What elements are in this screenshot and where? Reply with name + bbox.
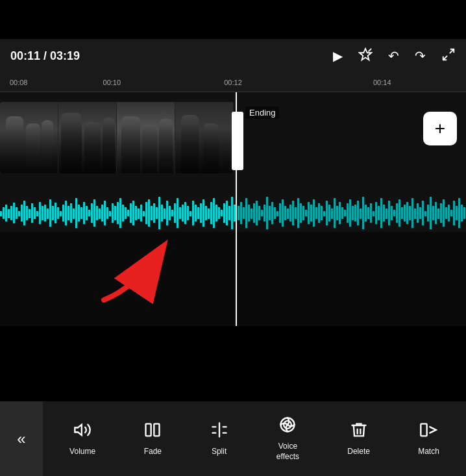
- svg-rect-142: [360, 208, 362, 219]
- svg-rect-154: [391, 206, 393, 220]
- volume-icon: [73, 421, 92, 442]
- svg-rect-147: [373, 211, 374, 216]
- svg-rect-5: [3, 207, 5, 219]
- svg-rect-86: [213, 198, 215, 228]
- svg-rect-81: [200, 203, 202, 223]
- svg-rect-157: [399, 199, 400, 227]
- svg-rect-84: [208, 208, 210, 219]
- toolbar-item-split[interactable]: Split: [205, 421, 234, 457]
- svg-rect-37: [86, 206, 88, 220]
- svg-rect-36: [83, 202, 85, 224]
- svg-rect-43: [101, 205, 103, 221]
- svg-rect-127: [321, 206, 323, 220]
- svg-rect-53: [127, 210, 129, 216]
- playhead: [236, 92, 237, 326]
- toolbar-item-volume[interactable]: Volume: [64, 421, 101, 457]
- svg-rect-110: [276, 211, 278, 216]
- back-button[interactable]: «: [0, 401, 43, 476]
- svg-rect-124: [313, 199, 315, 227]
- ruler-mark-4: 00:14: [373, 79, 391, 86]
- toolbar-item-voice-effects[interactable]: Voiceeffects: [271, 416, 304, 462]
- clip-end-marker: [232, 112, 243, 170]
- svg-rect-67: [164, 208, 166, 219]
- svg-rect-106: [266, 197, 268, 229]
- svg-rect-32: [73, 208, 75, 219]
- svg-rect-120: [302, 206, 304, 220]
- magic-wand-icon[interactable]: [358, 47, 373, 65]
- svg-rect-10: [16, 207, 18, 219]
- svg-rect-69: [169, 206, 171, 220]
- svg-rect-100: [251, 208, 252, 219]
- fade-label: Fade: [144, 447, 162, 457]
- svg-rect-62: [151, 206, 153, 220]
- svg-rect-12: [21, 205, 23, 221]
- fullscreen-button[interactable]: [441, 47, 456, 65]
- header-controls: ▶ ↶ ↷: [333, 47, 456, 65]
- svg-rect-132: [334, 198, 336, 228]
- toolbar-item-fade[interactable]: Fade: [138, 421, 167, 457]
- svg-rect-122: [308, 202, 310, 224]
- volume-label: Volume: [69, 447, 95, 457]
- svg-rect-173: [440, 203, 442, 223]
- svg-rect-152: [386, 208, 387, 219]
- svg-rect-148: [375, 202, 377, 224]
- voice-effects-icon: [278, 416, 297, 436]
- svg-rect-73: [179, 207, 181, 219]
- svg-rect-116: [292, 201, 294, 225]
- svg-rect-11: [18, 211, 20, 216]
- voice-effects-label: Voiceeffects: [276, 442, 299, 462]
- svg-rect-85: [210, 202, 212, 224]
- svg-rect-13: [23, 201, 25, 225]
- play-button[interactable]: ▶: [333, 48, 343, 64]
- toolbar-item-delete[interactable]: Delete: [342, 421, 375, 457]
- svg-rect-28: [62, 205, 64, 221]
- redo-button[interactable]: ↷: [415, 48, 426, 64]
- fade-icon: [143, 421, 162, 442]
- video-track[interactable]: Ending +: [0, 99, 466, 177]
- toolbar-item-match[interactable]: Match: [413, 421, 445, 457]
- svg-rect-115: [289, 205, 291, 221]
- svg-rect-66: [161, 205, 163, 221]
- svg-rect-96: [240, 202, 242, 224]
- svg-rect-174: [443, 199, 445, 227]
- timeline[interactable]: Ending +: [0, 92, 466, 326]
- svg-rect-22: [47, 208, 49, 219]
- svg-rect-63: [153, 203, 155, 223]
- toolbar-items: Volume Fade Spl: [43, 401, 466, 476]
- svg-rect-35: [80, 207, 82, 219]
- svg-rect-108: [271, 202, 273, 224]
- svg-rect-101: [253, 203, 255, 223]
- svg-rect-92: [228, 206, 230, 220]
- svg-rect-191: [421, 423, 427, 436]
- timeline-ruler: 00:08 00:10 00:12 00:14: [0, 73, 466, 92]
- svg-rect-131: [331, 208, 333, 219]
- svg-rect-4: [0, 211, 2, 216]
- svg-rect-179: [456, 206, 458, 220]
- undo-button[interactable]: ↶: [388, 48, 399, 64]
- svg-rect-79: [195, 205, 197, 221]
- svg-rect-26: [57, 207, 59, 219]
- svg-rect-128: [323, 211, 325, 216]
- svg-rect-117: [295, 207, 297, 219]
- svg-rect-118: [297, 198, 299, 228]
- add-clip-button[interactable]: +: [423, 112, 457, 145]
- svg-rect-27: [60, 211, 62, 216]
- audio-track[interactable]: [0, 193, 466, 232]
- svg-rect-34: [78, 205, 80, 221]
- delete-label: Delete: [347, 447, 370, 457]
- svg-rect-121: [305, 210, 307, 216]
- svg-rect-46: [109, 211, 111, 216]
- svg-rect-155: [393, 210, 395, 216]
- svg-rect-150: [380, 198, 382, 228]
- svg-rect-177: [450, 210, 452, 216]
- svg-rect-90: [223, 203, 225, 223]
- svg-rect-175: [445, 207, 447, 219]
- waveform: [0, 193, 466, 232]
- svg-rect-74: [182, 205, 184, 221]
- video-frames: [0, 102, 234, 173]
- svg-rect-97: [243, 207, 245, 219]
- svg-rect-171: [435, 202, 437, 224]
- svg-rect-139: [352, 206, 354, 220]
- back-icon: «: [17, 430, 25, 448]
- split-label: Split: [212, 447, 227, 457]
